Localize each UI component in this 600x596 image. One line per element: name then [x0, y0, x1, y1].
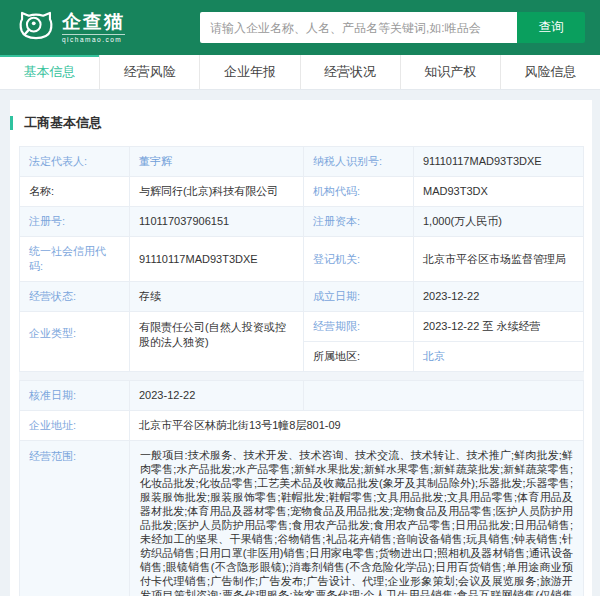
reg-no-value: 110117037906151: [130, 207, 304, 237]
section-accent-bar: [10, 116, 13, 130]
region-link[interactable]: 北京: [423, 350, 445, 362]
reg-authority-value: 北京市平谷区市场监督管理局: [414, 237, 584, 282]
approval-date-value: 2023-12-22: [130, 381, 304, 411]
status-value: 存续: [130, 282, 304, 312]
address-value: 北京市平谷区林荫北街13号1幢8层801-09: [130, 411, 584, 441]
status-label: 经营状态:: [20, 282, 130, 312]
est-date-value: 2023-12-22: [414, 282, 584, 312]
taxpayer-id-label: 纳税人识别号:: [304, 147, 414, 177]
registration-table-wrap: 法定代表人: 董宇辉 纳税人识别号: 91110117MAD93T3DXE 名称…: [19, 146, 584, 596]
tab-basic-info[interactable]: 基本信息: [0, 55, 100, 89]
reg-capital-label: 注册资本:: [304, 207, 414, 237]
company-name-value: 与辉同行(北京)科技有限公司: [130, 177, 304, 207]
search-bar: 查询: [200, 12, 585, 43]
region-label: 所属地区:: [304, 342, 414, 372]
table-row: 注册号: 110117037906151 注册资本: 1,000(万人民币): [20, 207, 584, 237]
table-row: 经营状态: 存续 成立日期: 2023-12-22: [20, 282, 584, 312]
cat-magnifier-logo-icon: [18, 9, 54, 46]
section-header: 工商基本信息: [10, 100, 592, 132]
table-row: 企业类型: 有限责任公司(自然人投资或控股的法人独资) 经营期限: 2023-1…: [20, 312, 584, 342]
tab-intellectual-property[interactable]: 知识产权: [401, 55, 501, 89]
table-row: 经营范围: 一般项目:技术服务、技术开发、技术咨询、技术交流、技术转让、技术推广…: [20, 441, 584, 596]
address-scope-table: 核准日期: 2023-12-22 企业地址: 北京市平谷区林荫北街13号1幢8层…: [19, 380, 584, 596]
legal-rep-label: 法定代表人:: [20, 147, 130, 177]
org-code-label: 机构代码:: [304, 177, 414, 207]
credit-code-value: 91110117MAD93T3DXE: [130, 237, 304, 282]
section-tabs: 基本信息 经营风险 企业年报 经营状况 知识产权 风险信息: [0, 55, 600, 90]
empty-cell: [304, 381, 584, 411]
legal-rep-value: 董宇辉: [130, 147, 304, 177]
site-logo[interactable]: 企查猫 qichamao.com: [18, 9, 188, 46]
table-row: 名称: 与辉同行(北京)科技有限公司 机构代码: MAD93T3DX: [20, 177, 584, 207]
est-date-label: 成立日期:: [304, 282, 414, 312]
op-period-label: 经营期限:: [304, 312, 414, 342]
region-value: 北京: [414, 342, 584, 372]
reg-authority-label: 登记机关:: [304, 237, 414, 282]
table-row: 法定代表人: 董宇辉 纳税人识别号: 91110117MAD93T3DXE: [20, 147, 584, 177]
section-title: 工商基本信息: [24, 114, 102, 132]
table-row: 企业地址: 北京市平谷区林荫北街13号1幢8层801-09: [20, 411, 584, 441]
business-scope-value: 一般项目:技术服务、技术开发、技术咨询、技术交流、技术转让、技术推广;鲜肉批发;…: [130, 441, 584, 596]
taxpayer-id-value: 91110117MAD93T3DXE: [414, 147, 584, 177]
company-type-value: 有限责任公司(自然人投资或控股的法人独资): [130, 312, 304, 372]
tab-risk-info[interactable]: 风险信息: [501, 55, 600, 89]
business-scope-label: 经营范围:: [20, 441, 130, 596]
address-label: 企业地址:: [20, 411, 130, 441]
business-info-card: 工商基本信息 法定代表人: 董宇辉 纳税人识别号: 91110117MAD93T…: [10, 100, 592, 596]
tab-operating-status[interactable]: 经营状况: [301, 55, 401, 89]
site-header: 企查猫 qichamao.com 查询: [0, 0, 600, 55]
legal-rep-link[interactable]: 董宇辉: [139, 155, 172, 167]
brand-domain: qichamao.com: [62, 34, 125, 44]
search-input[interactable]: [200, 12, 517, 43]
search-button[interactable]: 查询: [517, 12, 585, 43]
table-row: 统一社会信用代码: 91110117MAD93T3DXE 登记机关: 北京市平谷…: [20, 237, 584, 282]
tab-operating-risk[interactable]: 经营风险: [100, 55, 200, 89]
tab-annual-report[interactable]: 企业年报: [200, 55, 300, 89]
reg-no-label: 注册号:: [20, 207, 130, 237]
org-code-value: MAD93T3DX: [414, 177, 584, 207]
brand-name: 企查猫: [62, 12, 125, 31]
approval-date-label: 核准日期:: [20, 381, 130, 411]
registration-table: 法定代表人: 董宇辉 纳税人识别号: 91110117MAD93T3DXE 名称…: [19, 146, 584, 372]
reg-capital-value: 1,000(万人民币): [414, 207, 584, 237]
op-period-value: 2023-12-22 至 永续经营: [414, 312, 584, 342]
table-row: 核准日期: 2023-12-22: [20, 381, 584, 411]
credit-code-label: 统一社会信用代码:: [20, 237, 130, 282]
table-section-gap: [19, 372, 584, 380]
company-name-label: 名称:: [20, 177, 130, 207]
company-type-label: 企业类型:: [20, 312, 130, 372]
